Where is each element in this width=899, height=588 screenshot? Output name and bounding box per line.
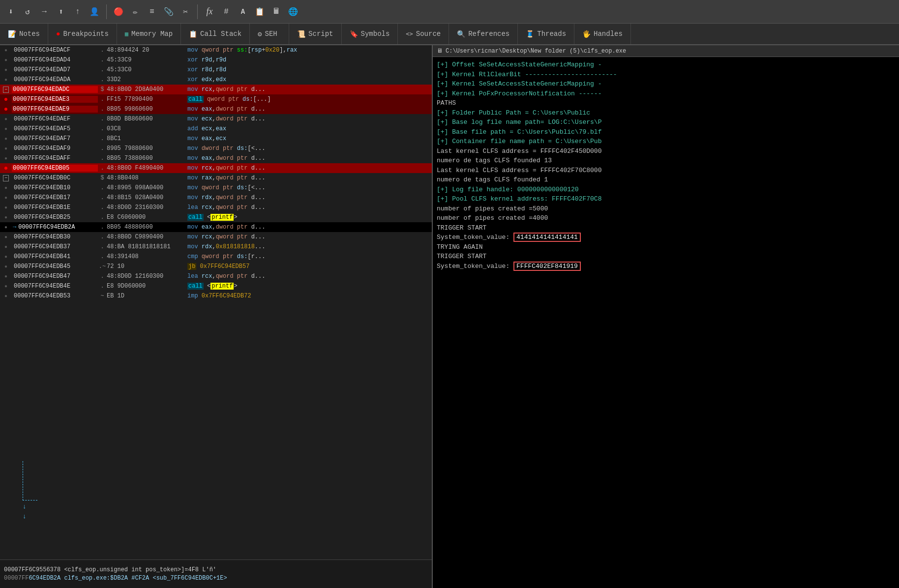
disasm-row[interactable]: − 00007FF6C94EDB0C $ 48:8B0408 mov rax,q… [0, 173, 432, 183]
disasm-asm: xor edx,edx [185, 76, 432, 83]
toolbar-clipboard[interactable]: 📋 [253, 5, 267, 19]
disasm-addr: 00007FF6C94EDB05 [12, 165, 98, 172]
console-title: C:\Users\ricnar\Desktop\New folder (5)\c… [446, 48, 626, 55]
disasm-row[interactable]: ● 00007FF6C94EDAD7 . 45:33C0 xor r8d,r8d [0, 65, 432, 75]
disasm-asm: lea rcx,qword ptr d... [185, 204, 432, 211]
tab-breakpoints[interactable]: ● Breakpoints [48, 24, 117, 44]
disasm-sep: ~ [98, 293, 107, 299]
toolbar-step-into[interactable]: ⬇ [4, 5, 18, 19]
disasm-sep: . [98, 125, 107, 132]
toolbar-globe[interactable]: 🌐 [286, 5, 300, 19]
disasm-asm: call <printf> [185, 214, 432, 221]
tab-memorymap[interactable]: ▦ Memory Map [117, 24, 181, 44]
disasm-row[interactable]: ● →00007FF6C94EDB2A . 8B05 48880600 mov … [0, 222, 432, 232]
tab-symbols[interactable]: 🔖 Symbols [342, 24, 398, 44]
disasm-sep: . [98, 204, 107, 211]
tab-source-label: Source [416, 30, 441, 38]
disasm-row[interactable]: ● 00007FF6C94EDB45 .~ 72 10 jb 0x7FF6C94… [0, 262, 432, 271]
toolbar-cut[interactable]: ✂ [179, 5, 192, 19]
disasm-row[interactable]: ● 00007FF6C94EDB4E . E8 9D060000 call <p… [0, 281, 432, 291]
disasm-row[interactable]: ● 00007FF6C94EDB30 . 48:8B0D C9890400 mo… [0, 232, 432, 242]
status-prefix: 00007FF [4, 575, 29, 582]
disasm-row[interactable]: ● 00007FF6C94EDB41 . 48:391408 cmp qword… [0, 252, 432, 262]
disasm-row[interactable]: ● 00007FF6C94EDB17 . 48:8B15 028A0400 mo… [0, 193, 432, 203]
threads-icon: 🧵 [526, 30, 534, 38]
status-bar: 00007FF6C9556378 <clfs_eop.unsigned int … [0, 559, 432, 588]
tab-handles-label: Handles [594, 30, 623, 38]
disasm-row[interactable]: ● 00007FF6C94EDAEF . 8B0D BB860600 mov e… [0, 114, 432, 124]
disasm-row[interactable]: ● 00007FF6C94EDAF9 . 8905 79880600 mov d… [0, 144, 432, 153]
disasm-addr: 00007FF6C94EDAFF [12, 155, 98, 162]
toolbar-divider-1 [106, 4, 107, 19]
tab-callstack[interactable]: 📋 Call Stack [181, 24, 250, 44]
toolbar-list[interactable]: ≡ [145, 5, 159, 19]
console-line: numero de tags CLFS founded 1 [437, 175, 895, 185]
console-line: PATHS [437, 98, 895, 108]
collapse-btn[interactable]: − [0, 86, 12, 93]
tab-notes[interactable]: 📝 Notes [0, 24, 48, 44]
toolbar-step-out[interactable]: ⬆ [54, 5, 68, 19]
collapse-btn[interactable]: − [0, 175, 12, 181]
main-container: ● 00007FF6C94EDACF . 48:894424 20 mov qw… [0, 45, 899, 588]
disasm-bytes: 48:8D0D 23160300 [107, 204, 185, 211]
disasm-row[interactable]: ● 00007FF6C94EDB47 . 48:8D0D 12160300 le… [0, 271, 432, 281]
console-line: [+] Base file path = C:\Users\Public\79.… [437, 127, 895, 137]
disasm-row[interactable]: ● 00007FF6C94EDB37 . 48:BA 818181818181 … [0, 242, 432, 252]
disasm-row[interactable]: ● 00007FF6C94EDB53 ~ EB 1D imp 0x7FF6C94… [0, 291, 432, 301]
tabbar: 📝 Notes ● Breakpoints ▦ Memory Map 📋 Cal… [0, 24, 899, 45]
tab-source[interactable]: <> Source [398, 24, 449, 44]
status-line1: 00007FF6C9556378 <clfs_eop.unsigned int … [4, 566, 428, 573]
console-line: System_token_value: 4141414141414141 [437, 233, 895, 242]
tab-threads[interactable]: 🧵 Threads [518, 24, 574, 44]
disasm-asm: xor r9d,r9d [185, 57, 432, 63]
toolbar-font[interactable]: A [236, 5, 250, 19]
tab-seh[interactable]: ⚙ SEH [250, 24, 289, 44]
tab-references[interactable]: 🔍 References [449, 24, 518, 44]
toolbar-hash[interactable]: # [219, 5, 233, 19]
disasm-sep: . [98, 165, 107, 172]
toolbar-run[interactable]: ↺ [21, 5, 34, 19]
console-content[interactable]: [+] Offset SeSetAccessStateGenericMappin… [433, 57, 899, 588]
tab-script[interactable]: 📜 Script [289, 24, 341, 44]
bullet-gray: ● [0, 214, 12, 221]
disasm-row[interactable]: ● 00007FF6C94EDB1E . 48:8D0D 23160300 le… [0, 203, 432, 212]
toolbar-fx[interactable]: fx [203, 5, 216, 19]
disasm-asm: add ecx,eax [185, 125, 432, 132]
disasm-row[interactable]: ● 00007FF6C94EDAF5 . 03C8 add ecx,eax [0, 124, 432, 134]
disasm-addr: 00007FF6C94EDB53 [12, 293, 98, 299]
disasm-row[interactable]: ● 00007FF6C94EDB10 . 48:8905 098A0400 mo… [0, 183, 432, 193]
disasm-bytes: 48:391408 [107, 253, 185, 260]
disasm-sep: . [98, 234, 107, 240]
tab-memorymap-label: Memory Map [131, 30, 173, 38]
bullet-gray: ● [0, 293, 12, 299]
disasm-row[interactable]: ● 00007FF6C94EDADA . 33D2 xor edx,edx [0, 75, 432, 85]
toolbar-user[interactable]: 👤 [88, 5, 101, 19]
toolbar-attach[interactable]: 📎 [162, 5, 176, 19]
toolbar-back[interactable]: ↑ [71, 5, 85, 19]
disasm-bytes: 8B05 73880600 [107, 155, 185, 162]
console-line: [+] Folder Public Path = C:\Users\Public [437, 108, 895, 118]
console-line: TRIGGER START [437, 252, 895, 262]
disasm-row[interactable]: − 00007FF6C94EDADC $ 48:8B0D 2D8A0400 mo… [0, 85, 432, 94]
console-line: Last kernel CLFS address = FFFFC402F70C8… [437, 166, 895, 176]
disasm-table: ● 00007FF6C94EDACF . 48:894424 20 mov qw… [0, 45, 432, 301]
bullet-gray: ● [0, 204, 12, 211]
disasm-row[interactable]: ● 00007FF6C94EDB05 . 48:8B0D F4890400 mo… [0, 163, 432, 173]
tab-references-label: References [468, 30, 509, 38]
disasm-asm: mov eax,dword ptr d... [185, 224, 432, 231]
disasm-row[interactable]: ● 00007FF6C94EDAD4 . 45:33C9 xor r9d,r9d [0, 55, 432, 65]
tab-handles[interactable]: 🖐 Handles [574, 24, 631, 44]
toolbar-bp[interactable]: 🔴 [112, 5, 125, 19]
disasm-row[interactable]: ● 00007FF6C94EDB25 . E8 C6060000 call <p… [0, 212, 432, 222]
console-line: [+] Pool CLFS kernel address: FFFFC402F7… [437, 194, 895, 204]
disasm-asm: mov eax,ecx [185, 135, 432, 142]
disasm-row[interactable]: ● 00007FF6C94EDAE9 . 8B05 99860600 mov e… [0, 104, 432, 114]
toolbar-step-over[interactable]: → [37, 5, 51, 19]
disasm-row[interactable]: ● 00007FF6C94EDACF . 48:894424 20 mov qw… [0, 45, 432, 55]
toolbar-edit[interactable]: ✏ [128, 5, 142, 19]
disasm-asm: xor r8d,r8d [185, 66, 432, 73]
toolbar-calc[interactable]: 🖩 [270, 5, 283, 19]
disasm-row[interactable]: ● 00007FF6C94EDAE3 . FF15 77890400 call … [0, 94, 432, 104]
disasm-row[interactable]: ● 00007FF6C94EDAF7 . 8BC1 mov eax,ecx [0, 134, 432, 144]
disasm-row[interactable]: ● 00007FF6C94EDAFF . 8B05 73880600 mov e… [0, 153, 432, 163]
